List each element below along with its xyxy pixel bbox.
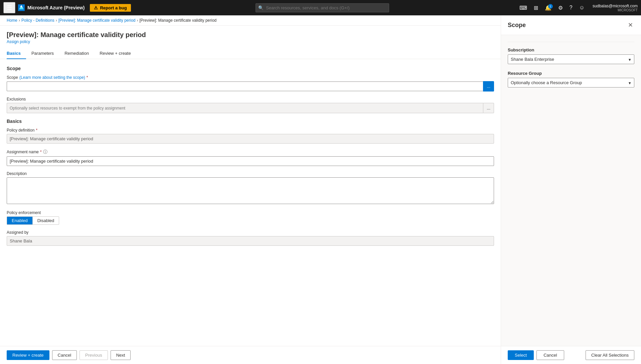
assignment-name-label: Assignment name * ⓘ (7, 149, 494, 155)
exclusions-browse-button[interactable]: ... (483, 103, 494, 113)
clear-all-button[interactable]: Clear All Selections (586, 350, 634, 360)
tab-parameters[interactable]: Parameters (26, 48, 59, 59)
exclusions-group: Exclusions ... (7, 97, 494, 113)
policy-definition-label: Policy definition * (7, 128, 494, 133)
assignment-name-label-text: Assignment name (7, 150, 39, 154)
basics-section-title: Basics (7, 119, 494, 124)
bug-icon: ⚠ (94, 5, 98, 10)
app-name-label: Microsoft Azure (Preview) (27, 5, 85, 10)
left-panel: Home › Policy - Definitions › [Preview]:… (0, 15, 501, 364)
policy-enforcement-group: Policy enforcement Enabled Disabled (7, 210, 494, 225)
hamburger-menu-button[interactable]: ☰ (3, 2, 15, 13)
review-create-button[interactable]: Review + create (7, 350, 49, 360)
scope-panel: Scope ✕ Subscription Shane Bala Enterpri… (501, 15, 641, 364)
page-title: [Preview]: Manage certificate validity p… (7, 31, 494, 39)
assignment-name-input[interactable] (7, 156, 494, 166)
breadcrumb-sep-3: › (137, 18, 138, 23)
assigned-by-label: Assigned by (7, 230, 494, 235)
notifications-button[interactable]: 🔔 1 (542, 3, 554, 12)
assign-policy-link[interactable]: Assign policy (7, 39, 494, 44)
breadcrumb-policy-definitions[interactable]: Policy - Definitions (21, 18, 54, 23)
scope-panel-footer: Select Cancel Clear All Selections (501, 346, 641, 364)
breadcrumb-policy-name[interactable]: [Preview]: Manage certificate validity p… (58, 18, 136, 23)
subscription-select-wrapper: Shane Bala Enterprise (508, 54, 634, 64)
resource-group-group: Resource Group Optionally choose a Resou… (508, 71, 634, 87)
report-bug-button[interactable]: ⚠ Report a bug (90, 4, 131, 12)
search-container: 🔍 (256, 3, 389, 12)
cancel-button[interactable]: Cancel (52, 350, 77, 360)
policy-definition-label-text: Policy definition (7, 128, 34, 133)
scope-panel-footer-left: Select Cancel (508, 350, 564, 360)
user-email: sudbalas@microsoft.com (593, 4, 638, 8)
scope-panel-title: Scope (508, 22, 526, 29)
policy-definition-input (7, 134, 494, 144)
scope-cancel-button[interactable]: Cancel (536, 350, 564, 360)
scope-select-button[interactable]: Select (508, 350, 534, 360)
scope-required-marker: * (87, 75, 88, 80)
exclusions-input[interactable] (7, 103, 483, 113)
app-logo: Microsoft Azure (Preview) (18, 4, 85, 11)
report-bug-label: Report a bug (100, 5, 127, 10)
form-footer: Review + create Cancel Previous Next (0, 346, 501, 364)
scope-section-title: Scope (7, 66, 494, 71)
policy-enforcement-label-text: Policy enforcement (7, 210, 41, 215)
next-button[interactable]: Next (111, 350, 131, 360)
assignment-name-group: Assignment name * ⓘ (7, 149, 494, 166)
description-textarea[interactable] (7, 177, 494, 204)
settings-button[interactable]: ⚙ (555, 3, 566, 12)
page-header: [Preview]: Manage certificate validity p… (0, 26, 501, 44)
help-button[interactable]: ? (567, 3, 575, 12)
breadcrumb-home[interactable]: Home (7, 18, 17, 23)
breadcrumb: Home › Policy - Definitions › [Preview]:… (0, 15, 501, 26)
scope-panel-close-button[interactable]: ✕ (627, 20, 634, 30)
assigned-by-label-text: Assigned by (7, 230, 28, 235)
assignment-name-required-marker: * (40, 150, 42, 154)
previous-button: Previous (79, 350, 108, 360)
breadcrumb-sep-2: › (56, 18, 57, 23)
tabs-container: Basics Parameters Remediation Review + c… (0, 48, 501, 59)
enforcement-toggle: Enabled Disabled (7, 216, 59, 225)
scope-label-text: Scope (7, 75, 18, 80)
assigned-by-input (7, 236, 494, 246)
user-account[interactable]: sudbalas@microsoft.com MICROSOFT (593, 4, 638, 12)
topbar: ☰ Microsoft Azure (Preview) ⚠ Report a b… (0, 0, 641, 15)
assignment-name-info-icon[interactable]: ⓘ (43, 149, 47, 155)
exclusions-label-text: Exclusions (7, 97, 26, 102)
feedback-button[interactable]: ☺ (577, 3, 587, 12)
breadcrumb-sep-1: › (19, 18, 20, 23)
description-group: Description (7, 171, 494, 205)
tab-review-create[interactable]: Review + create (94, 48, 136, 59)
subscription-label: Subscription (508, 47, 634, 52)
azure-logo-icon (18, 4, 25, 11)
policy-definition-group: Policy definition * (7, 128, 494, 144)
description-label: Description (7, 171, 494, 176)
scope-input[interactable] (7, 81, 483, 91)
scope-learn-more-link[interactable]: (Learn more about setting the scope) (19, 75, 85, 80)
exclusions-label: Exclusions (7, 97, 494, 102)
description-label-text: Description (7, 171, 27, 176)
subscription-group: Subscription Shane Bala Enterprise (508, 47, 634, 64)
policy-enforcement-label: Policy enforcement (7, 210, 494, 215)
tab-remediation[interactable]: Remediation (59, 48, 94, 59)
resource-group-select-wrapper: Optionally choose a Resource Group (508, 78, 634, 87)
search-icon: 🔍 (258, 5, 264, 10)
enforcement-enabled-option[interactable]: Enabled (7, 217, 33, 224)
portal-settings-button[interactable]: ⊞ (531, 3, 541, 12)
assigned-by-group: Assigned by (7, 230, 494, 246)
search-input[interactable] (256, 3, 389, 12)
subscription-select[interactable]: Shane Bala Enterprise (508, 54, 634, 64)
scope-panel-header: Scope ✕ (501, 15, 641, 35)
scope-panel-content: Subscription Shane Bala Enterprise Resou… (501, 35, 641, 346)
topbar-icons: ⌨ ⊞ 🔔 1 ⚙ ? ☺ (517, 3, 587, 12)
scope-panel-separator (508, 42, 634, 42)
exclusions-input-row: ... (7, 103, 494, 113)
tab-basics[interactable]: Basics (7, 48, 26, 59)
breadcrumb-current: [Preview]: Manage certificate validity p… (140, 18, 217, 23)
scope-group: Scope (Learn more about setting the scop… (7, 75, 494, 92)
policy-definition-required-marker: * (36, 128, 37, 133)
cloud-shell-button[interactable]: ⌨ (517, 3, 530, 12)
resource-group-label: Resource Group (508, 71, 634, 76)
scope-browse-button[interactable]: ... (483, 81, 494, 92)
resource-group-select[interactable]: Optionally choose a Resource Group (508, 78, 634, 87)
enforcement-disabled-option[interactable]: Disabled (33, 217, 59, 224)
